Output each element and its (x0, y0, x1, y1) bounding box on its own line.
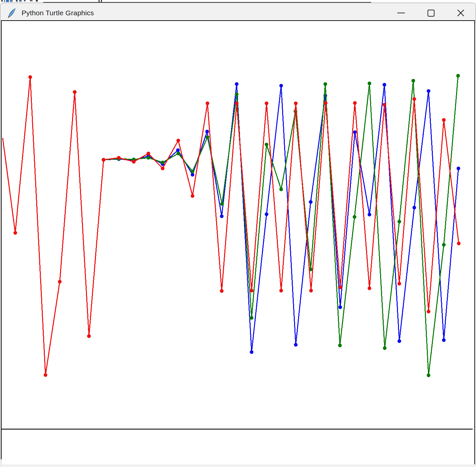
maximize-button[interactable] (416, 3, 446, 23)
titlebar[interactable]: Python Turtle Graphics (0, 3, 476, 23)
python-feather-icon (7, 8, 16, 18)
minimize-icon (397, 13, 405, 14)
close-icon (457, 9, 464, 17)
maximize-icon (428, 10, 435, 17)
window-title: Python Turtle Graphics (22, 9, 94, 17)
background-window-sliver (0, 0, 476, 3)
minimize-button[interactable] (386, 3, 416, 23)
turtle-canvas (1, 20, 475, 464)
window-corner-fade (0, 459, 2, 467)
window-controls (386, 3, 476, 23)
close-button[interactable] (446, 3, 476, 23)
